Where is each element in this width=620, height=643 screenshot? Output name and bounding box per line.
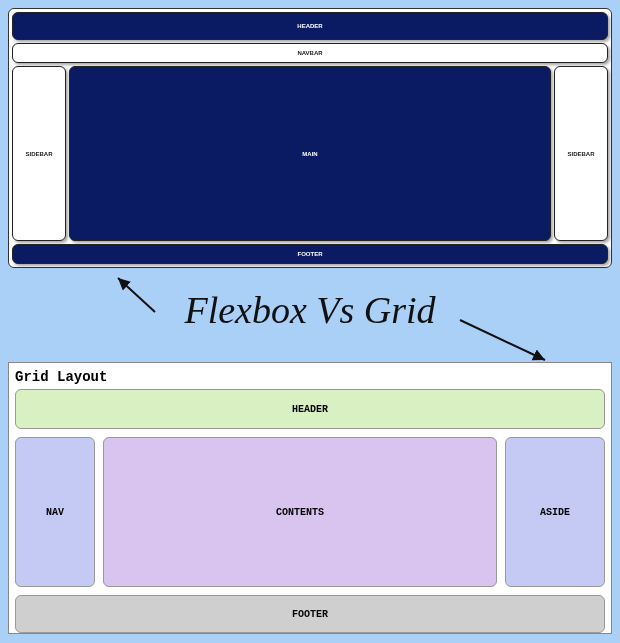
flexbox-sidebar-left: SIDEBAR [12,66,66,241]
comparison-title: Flexbox Vs Grid [0,288,620,332]
flexbox-navbar: NAVBAR [12,43,608,63]
grid-footer: FOOTER [15,595,605,633]
flexbox-sidebar-right: SIDEBAR [554,66,608,241]
grid-contents: CONTENTS [103,437,497,587]
grid-layout-title: Grid Layout [15,369,605,385]
grid-layout-demo: Grid Layout HEADER NAV CONTENTS ASIDE FO… [8,362,612,634]
flexbox-main: MAIN [69,66,551,241]
grid-aside: ASIDE [505,437,605,587]
flexbox-layout-demo: HEADER NAVBAR SIDEBAR MAIN SIDEBAR FOOTE… [8,8,612,268]
grid-header: HEADER [15,389,605,429]
grid-container: HEADER NAV CONTENTS ASIDE FOOTER [15,389,605,633]
flexbox-footer: FOOTER [12,244,608,264]
flexbox-header: HEADER [12,12,608,40]
grid-nav: NAV [15,437,95,587]
